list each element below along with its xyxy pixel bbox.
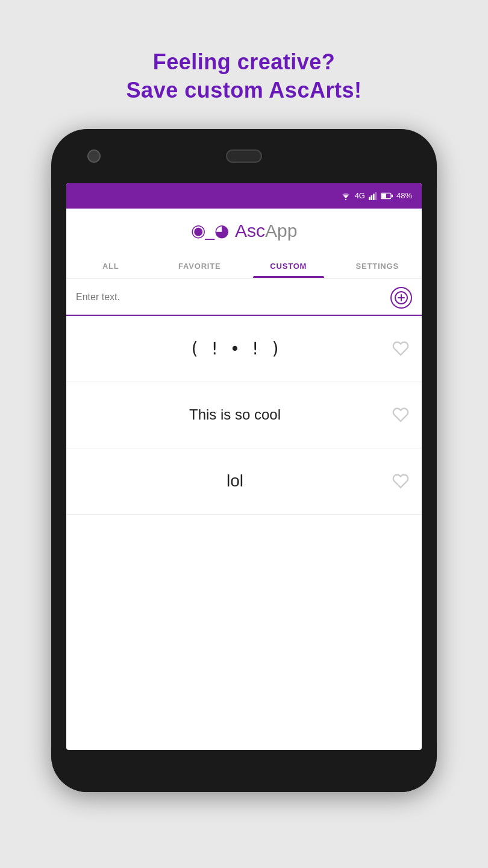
heart-icon-3[interactable] xyxy=(392,473,410,489)
svg-rect-1 xyxy=(369,197,371,200)
tab-bar: ALL FAVORITE CUSTOM SETTINGS xyxy=(66,253,422,278)
item-text-3: lol xyxy=(78,471,392,491)
battery-label: 48% xyxy=(396,191,412,200)
promo-heading: Feeling creative? Save custom AscArts! xyxy=(127,48,362,105)
phone-device: 4G 48% ◉_◕ AscApp xyxy=(51,129,437,792)
battery-icon xyxy=(381,192,393,200)
svg-point-0 xyxy=(345,198,346,200)
promo-line1: Feeling creative? xyxy=(127,48,362,77)
input-area xyxy=(66,278,422,316)
phone-top-bezel xyxy=(51,129,437,183)
item-text-1: ( ! • ! ) xyxy=(78,339,392,359)
tab-all[interactable]: ALL xyxy=(66,253,155,278)
list-item[interactable]: This is so cool xyxy=(66,382,422,448)
status-bar: 4G 48% xyxy=(66,183,422,209)
tab-custom[interactable]: CUSTOM xyxy=(244,253,333,278)
custom-list: ( ! • ! ) This is so cool lol xyxy=(66,316,422,750)
wifi-icon xyxy=(340,192,351,200)
svg-rect-4 xyxy=(375,192,377,200)
earpiece-speaker xyxy=(226,149,262,163)
app-logo-emoji: ◉_◕ xyxy=(191,221,230,241)
list-item[interactable]: lol xyxy=(66,448,422,515)
svg-rect-3 xyxy=(373,193,375,200)
signal-icon xyxy=(369,192,377,200)
svg-rect-6 xyxy=(392,194,393,197)
app-name-asc: Asc xyxy=(235,221,265,241)
add-button[interactable] xyxy=(390,287,412,309)
app-logo-row: ◉_◕ AscApp xyxy=(191,221,298,241)
app-header: ◉_◕ AscApp ALL FAVORITE CUSTOM SETTINGS xyxy=(66,209,422,278)
text-input[interactable] xyxy=(76,292,390,310)
item-text-2: This is so cool xyxy=(78,406,392,423)
list-item[interactable]: ( ! • ! ) xyxy=(66,316,422,382)
phone-screen: 4G 48% ◉_◕ AscApp xyxy=(66,183,422,750)
svg-rect-2 xyxy=(371,195,372,200)
heart-icon-1[interactable] xyxy=(392,340,410,357)
app-name: AscApp xyxy=(235,221,297,241)
tab-favorite[interactable]: FAVORITE xyxy=(155,253,245,278)
front-camera xyxy=(87,149,101,163)
promo-line2: Save custom AscArts! xyxy=(127,77,362,105)
tab-settings[interactable]: SETTINGS xyxy=(333,253,422,278)
plus-circle-icon xyxy=(394,291,408,305)
app-name-app: App xyxy=(265,221,297,241)
network-label: 4G xyxy=(355,191,365,200)
phone-bottom-bezel xyxy=(51,750,437,792)
heart-icon-2[interactable] xyxy=(392,406,410,423)
svg-rect-7 xyxy=(381,193,386,198)
